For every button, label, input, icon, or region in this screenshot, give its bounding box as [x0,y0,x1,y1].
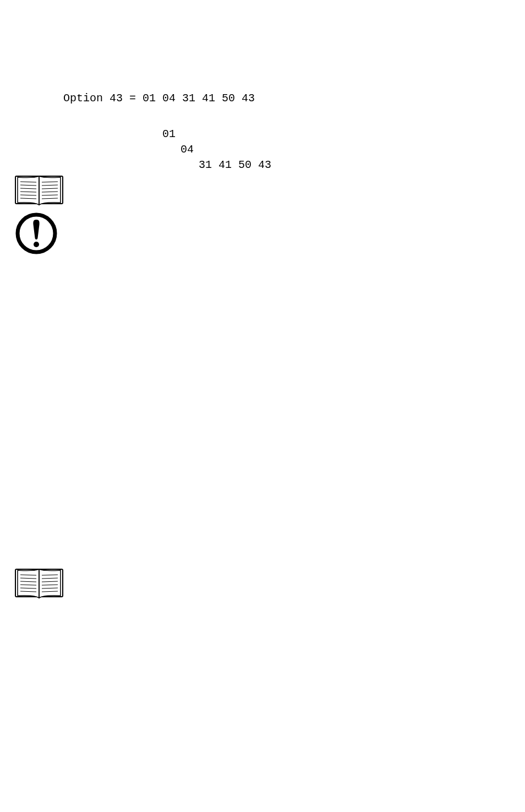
book-icon [14,567,64,599]
exclamation-circle-icon [14,211,58,255]
page: Option 43 = 01 04 31 41 50 43 01 04 31 4… [0,0,525,812]
book-icon [14,174,64,206]
option-line: Option 43 = 01 04 31 41 50 43 [63,92,255,105]
hex-sequence: 31 41 50 43 [199,159,271,172]
byte-04: 04 [181,143,194,156]
byte-01: 01 [162,128,176,141]
svg-point-15 [34,242,39,247]
